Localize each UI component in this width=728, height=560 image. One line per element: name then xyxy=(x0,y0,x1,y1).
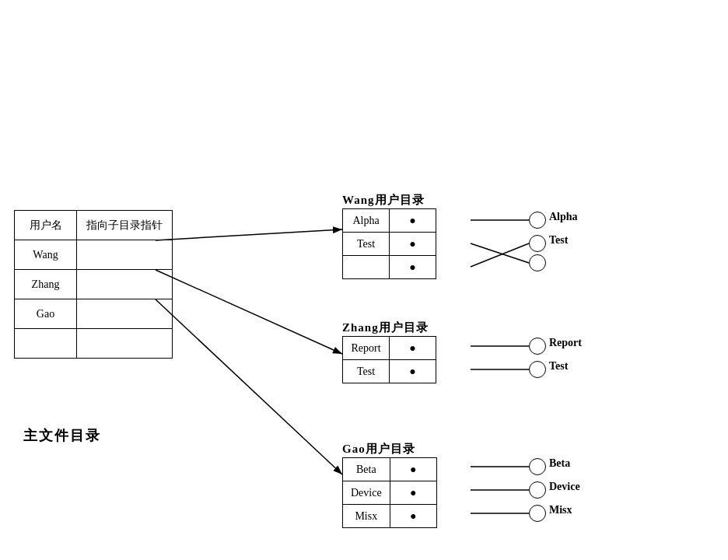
table-row: Misx ● xyxy=(343,505,437,528)
user-empty xyxy=(15,329,77,359)
file-label-test-wang: Test xyxy=(549,234,568,247)
bullet-misx: ● xyxy=(390,505,436,528)
file-label-beta: Beta xyxy=(549,457,570,470)
svg-line-3 xyxy=(156,299,342,474)
table-row: Test ● xyxy=(343,360,436,383)
diagram-container: 用户名 指向子目录指针 Wang Zhang Gao 主文件目录 Wang用户目… xyxy=(0,0,728,560)
user-gao: Gao xyxy=(15,299,77,329)
table-row: Beta ● xyxy=(343,458,437,481)
entry-misx: Misx xyxy=(343,505,390,528)
main-directory-label: 主文件目录 xyxy=(23,426,101,445)
user-wang: Wang xyxy=(15,240,77,270)
entry-test-zhang: Test xyxy=(343,360,390,383)
table-row xyxy=(15,329,173,359)
file-node-test-wang xyxy=(529,235,546,252)
bullet-test: ● xyxy=(390,233,436,256)
pointer-wang xyxy=(77,240,173,270)
file-label-device: Device xyxy=(549,481,580,493)
col-pointer: 指向子目录指针 xyxy=(77,211,173,240)
svg-line-1 xyxy=(156,229,342,240)
bullet-beta: ● xyxy=(390,458,436,481)
entry-report: Report xyxy=(343,337,390,360)
file-node-test-zhang xyxy=(529,361,546,378)
table-row: Report ● xyxy=(343,337,436,360)
zhang-dir-title: Zhang用户目录 xyxy=(342,320,429,335)
bullet-alpha: ● xyxy=(390,209,436,233)
pointer-gao xyxy=(77,299,173,329)
file-node-report xyxy=(529,338,546,355)
svg-line-5 xyxy=(471,243,529,263)
col-username: 用户名 xyxy=(15,211,77,240)
file-node-device xyxy=(529,481,546,499)
entry-device: Device xyxy=(343,481,390,505)
wang-dir-title: Wang用户目录 xyxy=(342,193,425,208)
entry-beta: Beta xyxy=(343,458,390,481)
bullet-report: ● xyxy=(390,337,436,360)
table-row: Alpha ● xyxy=(343,209,436,233)
file-label-alpha: Alpha xyxy=(549,211,578,223)
entry-empty xyxy=(343,256,390,279)
svg-line-2 xyxy=(156,270,342,354)
user-zhang: Zhang xyxy=(15,270,77,299)
file-node-alpha xyxy=(529,212,546,229)
zhang-dir-table: Report ● Test ● xyxy=(342,336,436,383)
bullet-empty: ● xyxy=(390,256,436,279)
file-node-wang-3 xyxy=(529,254,546,271)
main-directory-table: 用户名 指向子目录指针 Wang Zhang Gao xyxy=(14,210,173,359)
file-label-report: Report xyxy=(549,337,582,349)
table-row: Device ● xyxy=(343,481,437,505)
svg-line-6 xyxy=(471,243,529,267)
file-label-misx: Misx xyxy=(549,504,572,516)
wang-dir-table: Alpha ● Test ● ● xyxy=(342,208,436,279)
file-node-misx xyxy=(529,505,546,522)
bullet-device: ● xyxy=(390,481,436,505)
table-row: ● xyxy=(343,256,436,279)
gao-dir-table: Beta ● Device ● Misx ● xyxy=(342,457,437,528)
entry-alpha: Alpha xyxy=(343,209,390,233)
table-row: Zhang xyxy=(15,270,173,299)
file-node-beta xyxy=(529,458,546,475)
table-row: Wang xyxy=(15,240,173,270)
gao-dir-title: Gao用户目录 xyxy=(342,442,415,457)
file-label-test-zhang: Test xyxy=(549,360,568,373)
table-row: Test ● xyxy=(343,233,436,256)
table-row: Gao xyxy=(15,299,173,329)
pointer-empty xyxy=(77,329,173,359)
bullet-test-zhang: ● xyxy=(390,360,436,383)
pointer-zhang xyxy=(77,270,173,299)
entry-test: Test xyxy=(343,233,390,256)
